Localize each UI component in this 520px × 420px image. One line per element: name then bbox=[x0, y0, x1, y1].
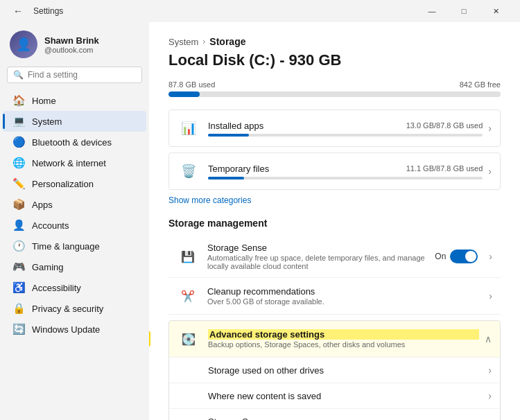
system-icon: 💻 bbox=[12, 115, 25, 128]
search-box[interactable]: 🔍 bbox=[7, 67, 142, 83]
chevron-right-icon: › bbox=[488, 365, 492, 376]
sidebar: 👤 Shawn Brink @outlook.com 🔍 🏠 Home 💻 Sy… bbox=[0, 22, 149, 420]
storage-other-drives-item[interactable]: Storage used on other drives › bbox=[169, 357, 500, 383]
cleanup-recommendations-item[interactable]: ✂️ Cleanup recommendations Over 5.00 GB … bbox=[168, 278, 501, 315]
personalization-icon: ✏️ bbox=[12, 177, 25, 190]
minimize-button[interactable]: — bbox=[416, 0, 448, 22]
cleanup-desc: Over 5.00 GB of storage available. bbox=[207, 297, 483, 306]
bluetooth-icon: 🔵 bbox=[12, 136, 25, 148]
temporary-files-content: Temporary files 11.1 GB/87.8 GB used bbox=[208, 164, 483, 180]
accessibility-icon: ♿ bbox=[12, 281, 25, 294]
installed-apps-icon: 📊 bbox=[177, 117, 200, 139]
accounts-icon: 👤 bbox=[12, 219, 25, 231]
temporary-files-name: Temporary files bbox=[208, 164, 269, 174]
breadcrumb-parent[interactable]: System bbox=[168, 37, 198, 47]
installed-apps-name: Installed apps bbox=[208, 121, 263, 131]
new-content-saved-label: Where new content is saved bbox=[208, 391, 483, 401]
sidebar-item-label: Time & language bbox=[32, 241, 100, 252]
user-info: Shawn Brink @outlook.com bbox=[44, 35, 99, 54]
sidebar-item-label: System bbox=[32, 116, 62, 127]
storage-sense-content: Storage Sense Automatically free up spac… bbox=[207, 243, 435, 270]
storage-used-label: 87.8 GB used bbox=[168, 80, 215, 89]
installed-apps-item[interactable]: 📊 Installed apps 13.0 GB/87.8 GB used › bbox=[168, 110, 501, 147]
apps-icon: 📦 bbox=[12, 198, 25, 211]
title-bar: ← Settings — □ ✕ bbox=[0, 0, 520, 22]
breadcrumb-separator: › bbox=[202, 37, 205, 46]
sidebar-item-apps[interactable]: 📦 Apps bbox=[3, 194, 146, 215]
toggle-label: On bbox=[435, 252, 446, 261]
click-badge-1: 1. Click on ➤ bbox=[149, 331, 150, 347]
storage-management-title: Storage management bbox=[168, 218, 501, 229]
storage-bar-fill bbox=[168, 91, 200, 97]
sidebar-item-accessibility[interactable]: ♿ Accessibility bbox=[3, 277, 146, 298]
chevron-right-icon: › bbox=[488, 416, 492, 420]
chevron-right-icon: › bbox=[489, 290, 492, 301]
sidebar-item-label: Windows Update bbox=[32, 324, 100, 335]
sidebar-item-label: Home bbox=[32, 96, 56, 106]
temporary-files-item[interactable]: 🗑️ Temporary files 11.1 GB/87.8 GB used … bbox=[168, 152, 501, 190]
breadcrumb: System › Storage bbox=[168, 36, 501, 47]
search-input[interactable] bbox=[28, 70, 136, 80]
advanced-header-content: Advanced storage settings Backup options… bbox=[208, 329, 479, 349]
temporary-files-size: 11.1 GB/87.8 GB used bbox=[406, 164, 483, 173]
storage-other-drives-label: Storage used on other drives bbox=[208, 365, 483, 376]
sidebar-item-bluetooth[interactable]: 🔵 Bluetooth & devices bbox=[3, 132, 146, 152]
storage-sense-name: Storage Sense bbox=[207, 243, 435, 253]
sidebar-item-network[interactable]: 🌐 Network & internet bbox=[3, 152, 146, 173]
sidebar-item-label: Personalization bbox=[32, 179, 94, 189]
page-title: Local Disk (C:) - 930 GB bbox=[168, 51, 501, 69]
sidebar-item-label: Network & internet bbox=[32, 158, 106, 168]
new-content-saved-item[interactable]: Where new content is saved › bbox=[169, 383, 500, 408]
close-button[interactable]: ✕ bbox=[480, 0, 512, 22]
breadcrumb-current: Storage bbox=[209, 36, 245, 47]
advanced-sub-items: Storage used on other drives › Where new… bbox=[169, 357, 500, 420]
chevron-right-icon: › bbox=[488, 166, 492, 177]
time-icon: 🕐 bbox=[12, 240, 25, 252]
chevron-right-icon: › bbox=[489, 251, 492, 262]
installed-apps-content: Installed apps 13.0 GB/87.8 GB used bbox=[208, 121, 483, 137]
search-icon: 🔍 bbox=[13, 70, 24, 80]
storage-spaces-label: Storage Spaces bbox=[208, 417, 483, 421]
sidebar-item-label: Privacy & security bbox=[32, 304, 103, 314]
sidebar-item-label: Accessibility bbox=[32, 283, 81, 293]
storage-sense-desc: Automatically free up space, delete temp… bbox=[207, 254, 435, 270]
sidebar-item-label: Gaming bbox=[32, 262, 64, 272]
cleanup-content: Cleanup recommendations Over 5.00 GB of … bbox=[207, 286, 483, 306]
storage-sense-item[interactable]: 💾 Storage Sense Automatically free up sp… bbox=[168, 236, 501, 278]
sidebar-item-label: Accounts bbox=[32, 220, 69, 231]
storage-free-label: 842 GB free bbox=[460, 80, 501, 89]
chevron-right-icon: › bbox=[488, 390, 492, 401]
storage-spaces-item[interactable]: Storage Spaces › bbox=[169, 408, 500, 420]
cleanup-icon: ✂️ bbox=[177, 285, 199, 307]
privacy-icon: 🔒 bbox=[12, 302, 25, 315]
storage-bar-track bbox=[168, 91, 501, 97]
toggle-container: On bbox=[435, 250, 478, 263]
sidebar-item-privacy[interactable]: 🔒 Privacy & security bbox=[3, 298, 146, 319]
advanced-storage-section: 1. Click on ➤ 💽 Advanced storage setting… bbox=[168, 320, 501, 420]
maximize-button[interactable]: □ bbox=[448, 0, 480, 22]
sidebar-item-time[interactable]: 🕐 Time & language bbox=[3, 236, 146, 256]
user-section: 👤 Shawn Brink @outlook.com bbox=[0, 25, 149, 67]
sidebar-item-label: Bluetooth & devices bbox=[32, 137, 112, 148]
installed-apps-size: 13.0 GB/87.8 GB used bbox=[406, 121, 483, 130]
storage-sense-icon: 💾 bbox=[177, 245, 199, 268]
cleanup-name: Cleanup recommendations bbox=[207, 286, 483, 297]
advanced-storage-header[interactable]: 1. Click on ➤ 💽 Advanced storage setting… bbox=[169, 321, 500, 357]
advanced-settings-icon: 💽 bbox=[177, 328, 200, 350]
sidebar-item-label: Apps bbox=[32, 200, 53, 210]
temporary-files-icon: 🗑️ bbox=[177, 160, 200, 182]
content-area: System › Storage Local Disk (C:) - 930 G… bbox=[149, 22, 520, 420]
sidebar-item-home[interactable]: 🏠 Home bbox=[3, 90, 146, 111]
show-more-link[interactable]: Show more categories bbox=[168, 195, 501, 205]
user-name: Shawn Brink bbox=[44, 35, 99, 46]
sidebar-item-personalization[interactable]: ✏️ Personalization bbox=[3, 173, 146, 194]
window-controls: — □ ✕ bbox=[416, 0, 512, 22]
sidebar-item-update[interactable]: 🔄 Windows Update bbox=[3, 319, 146, 340]
sidebar-item-accounts[interactable]: 👤 Accounts bbox=[3, 215, 146, 236]
sidebar-item-system[interactable]: 💻 System bbox=[3, 111, 146, 132]
sidebar-item-gaming[interactable]: 🎮 Gaming bbox=[3, 256, 146, 277]
storage-sense-toggle[interactable] bbox=[450, 250, 478, 263]
gaming-icon: 🎮 bbox=[12, 261, 25, 273]
back-button[interactable]: ← bbox=[8, 1, 28, 21]
app-title: Settings bbox=[33, 6, 63, 16]
